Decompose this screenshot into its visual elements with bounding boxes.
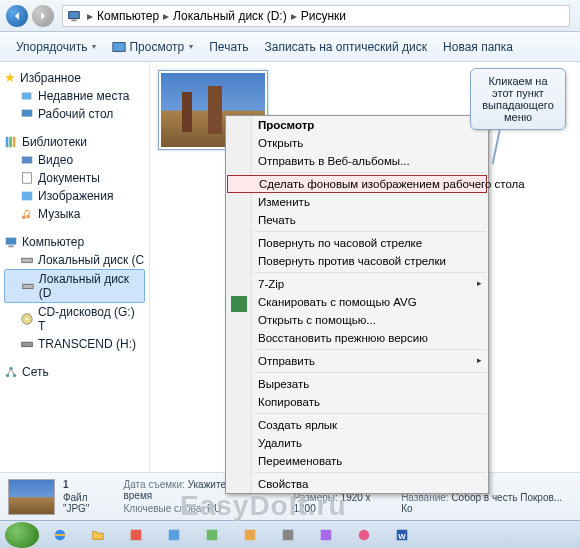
ctx-edit[interactable]: Изменить <box>226 193 488 211</box>
sidebar-item-recent[interactable]: Недавние места <box>4 87 145 105</box>
svg-rect-6 <box>9 137 12 148</box>
newfolder-button[interactable]: Новая папка <box>435 36 521 58</box>
svg-rect-7 <box>13 137 16 148</box>
svg-rect-1 <box>71 19 76 21</box>
ctx-send-to[interactable]: Отправить <box>226 352 488 370</box>
file-name: 1 <box>63 479 69 490</box>
context-menu: Просмотр Открыть Отправить в Веб-альбомы… <box>225 115 489 494</box>
sidebar-item-video[interactable]: Видео <box>4 151 145 169</box>
taskbar-app1[interactable] <box>118 523 154 547</box>
sidebar-item-desktop[interactable]: Рабочий стол <box>4 105 145 123</box>
app-icon <box>243 528 257 542</box>
app-icon <box>129 528 143 542</box>
taskbar-app3[interactable] <box>194 523 230 547</box>
ctx-set-background[interactable]: Сделать фоновым изображением рабочего ст… <box>227 175 487 193</box>
computer-icon <box>67 9 81 23</box>
music-icon <box>20 207 34 221</box>
sidebar-item-drive-c[interactable]: Локальный диск (C <box>4 251 145 269</box>
burn-button[interactable]: Записать на оптический диск <box>257 36 436 58</box>
svg-rect-17 <box>22 342 33 346</box>
print-button[interactable]: Печать <box>201 36 256 58</box>
network-group[interactable]: Сеть <box>4 363 145 381</box>
start-button[interactable] <box>4 523 40 547</box>
svg-point-16 <box>26 318 29 321</box>
ctx-shortcut[interactable]: Создать ярлык <box>226 416 488 434</box>
file-type: Файл "JPG" <box>63 492 116 514</box>
doc-icon <box>20 171 34 185</box>
svg-rect-2 <box>113 42 125 51</box>
avg-icon <box>231 296 247 312</box>
app-icon <box>167 528 181 542</box>
ctx-restore[interactable]: Восстановить прежнюю версию <box>226 329 488 347</box>
address-bar: ▸ Компьютер ▸ Локальный диск (D:) ▸ Рису… <box>0 0 580 32</box>
breadcrumb[interactable]: ▸ Компьютер ▸ Локальный диск (D:) ▸ Рису… <box>62 5 570 27</box>
sidebar-item-documents[interactable]: Документы <box>4 169 145 187</box>
taskbar-app5[interactable] <box>270 523 306 547</box>
sidebar-item-drive-d[interactable]: Локальный диск (D <box>4 269 145 303</box>
recent-icon <box>20 89 34 103</box>
sidebar-item-cd[interactable]: CD-дисковод (G:) T <box>4 303 145 335</box>
ctx-7zip[interactable]: 7-Zip <box>226 275 488 293</box>
taskbar-word[interactable]: W <box>384 523 420 547</box>
svg-rect-21 <box>231 296 247 312</box>
keywords[interactable]: RU <box>207 503 221 514</box>
ctx-cut[interactable]: Вырезать <box>226 375 488 393</box>
svg-rect-23 <box>131 529 142 540</box>
svg-rect-24 <box>169 529 180 540</box>
ctx-print[interactable]: Печать <box>226 211 488 229</box>
svg-rect-3 <box>22 93 32 100</box>
sidebar-item-music[interactable]: Музыка <box>4 205 145 223</box>
organize-button[interactable]: Упорядочить <box>8 36 104 58</box>
usb-icon <box>20 337 34 351</box>
taskbar-app4[interactable] <box>232 523 268 547</box>
crumb-computer[interactable]: Компьютер <box>95 9 161 23</box>
ie-icon <box>53 528 67 542</box>
favorites-group[interactable]: ★Избранное <box>4 68 145 87</box>
svg-text:W: W <box>398 531 406 540</box>
app-icon <box>205 528 219 542</box>
taskbar-app6[interactable] <box>308 523 344 547</box>
back-button[interactable] <box>6 5 28 27</box>
ctx-delete[interactable]: Удалить <box>226 434 488 452</box>
ctx-properties[interactable]: Свойства <box>226 475 488 493</box>
libraries-group[interactable]: Библиотеки <box>4 133 145 151</box>
taskbar: W <box>0 520 580 548</box>
svg-rect-12 <box>8 246 13 248</box>
svg-point-29 <box>359 529 370 540</box>
ctx-rotate-cw[interactable]: Повернуть по часовой стрелке <box>226 234 488 252</box>
svg-rect-5 <box>6 137 9 148</box>
svg-rect-25 <box>207 529 218 540</box>
ctx-open-with[interactable]: Открыть с помощью... <box>226 311 488 329</box>
svg-rect-13 <box>22 258 33 262</box>
ctx-copy[interactable]: Копировать <box>226 393 488 411</box>
forward-button[interactable] <box>32 5 54 27</box>
computer-icon <box>4 235 18 249</box>
taskbar-explorer[interactable] <box>80 523 116 547</box>
ctx-open[interactable]: Открыть <box>226 134 488 152</box>
ctx-rename[interactable]: Переименовать <box>226 452 488 470</box>
desktop-icon <box>20 107 34 121</box>
ctx-scan-avg[interactable]: Сканировать с помощью AVG <box>226 293 488 311</box>
preview-button[interactable]: Просмотр <box>104 36 201 58</box>
preview-icon <box>112 40 126 54</box>
ctx-preview[interactable]: Просмотр <box>226 116 488 134</box>
ctx-send-web[interactable]: Отправить в Веб-альбомы... <box>226 152 488 170</box>
crumb-folder[interactable]: Рисунки <box>299 9 348 23</box>
taskbar-ie[interactable] <box>42 523 78 547</box>
star-icon: ★ <box>4 70 16 85</box>
computer-group[interactable]: Компьютер <box>4 233 145 251</box>
ctx-rotate-ccw[interactable]: Повернуть против часовой стрелки <box>226 252 488 270</box>
svg-rect-28 <box>321 529 332 540</box>
taskbar-app7[interactable] <box>346 523 382 547</box>
sidebar-item-pictures[interactable]: Изображения <box>4 187 145 205</box>
drive-icon <box>20 253 34 267</box>
folder-icon <box>91 528 105 542</box>
sidebar-item-usb[interactable]: TRANSCEND (H:) <box>4 335 145 353</box>
app-icon <box>281 528 295 542</box>
details-thumbnail <box>8 479 55 515</box>
instruction-callout: Кликаем на этот пункт выпадающего меню <box>470 68 566 130</box>
taskbar-app2[interactable] <box>156 523 192 547</box>
svg-rect-11 <box>6 238 17 245</box>
svg-rect-8 <box>22 157 33 164</box>
crumb-drive[interactable]: Локальный диск (D:) <box>171 9 289 23</box>
